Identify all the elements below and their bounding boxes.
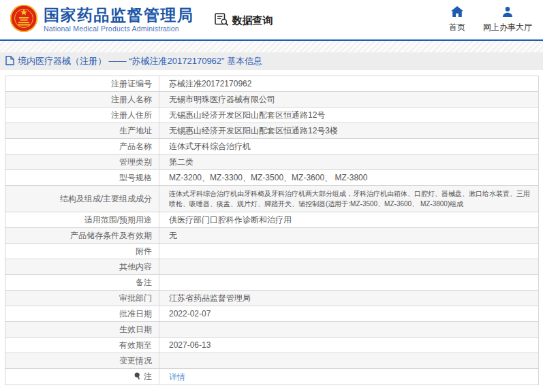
field-label: 适用范围/预期用途 (5, 212, 159, 228)
table-row: 有效期至2027-06-13 (5, 338, 539, 353)
org-name: 国家药品监督管理局 (44, 7, 194, 23)
table-row: 附件 (5, 244, 539, 259)
table-row: 审批部门江苏省药品监督管理局 (5, 291, 539, 306)
detail-link[interactable]: 详情 (169, 372, 185, 382)
home-icon (451, 6, 463, 19)
nav-item-home[interactable]: 首页 (449, 6, 465, 33)
data-query-label: 数据查询 (232, 14, 273, 27)
field-value: 2022-02-07 (159, 306, 539, 322)
user-icon (502, 6, 513, 19)
field-value (159, 244, 539, 259)
site-brand: 国家药品监督管理局 National Medical Products Admi… (10, 4, 194, 35)
data-query-title[interactable]: 数据查询 (215, 13, 273, 28)
field-value: 第二类 (159, 154, 539, 170)
org-name-english: National Medical Products Administration (44, 24, 194, 33)
field-label: 附件 (5, 244, 159, 259)
field-label: 有效期至 (5, 338, 159, 353)
table-row: 产品储存条件及有效期无 (5, 228, 539, 244)
field-label: 注册人住所 (5, 108, 159, 123)
breadcrumb-text: 境内医疗器械（注册） —— “苏械注准20172170962” 基本信息 (18, 55, 262, 67)
field-value (159, 322, 539, 338)
field-value: 2027-06-13 (159, 338, 539, 353)
field-value: 供医疗部门口腔科作诊断和治疗用 (159, 212, 539, 228)
field-label: 注册人名称 (5, 92, 159, 108)
field-value: 无 (159, 228, 539, 244)
field-value: 无锡惠山经济开发区阳山配套区恒通路12号 (159, 108, 539, 123)
table-row: 生效日期 (5, 322, 539, 338)
note-pin-icon (134, 372, 142, 382)
field-label: 生效日期 (5, 322, 159, 338)
table-row: 注 详情 (5, 369, 539, 385)
note-label: 注 (144, 372, 152, 381)
field-label: 注册证编号 (5, 76, 159, 92)
field-label: 其他内容 (5, 259, 159, 275)
table-row: 注册证编号苏械注准20172170962 (5, 76, 539, 92)
field-label: 型号规格 (5, 170, 159, 186)
field-value: MZ-3200、MZ-3300、MZ-3500、MZ-3600、 MZ-3800 (159, 170, 539, 186)
document-icon (5, 56, 14, 67)
field-value (159, 259, 539, 275)
field-label: 注 (5, 369, 159, 385)
table-row: 其他内容 (5, 259, 539, 275)
field-value: 连体式牙科综合治疗机由牙科椅及牙科治疗机两大部分组成，牙科治疗机由箱体、口腔灯、… (159, 186, 539, 212)
table-row: 型号规格MZ-3200、MZ-3300、MZ-3500、MZ-3600、 MZ-… (5, 170, 539, 186)
field-label: 产品名称 (5, 139, 159, 154)
table-row: 备注 (5, 275, 539, 291)
hatch-strip (0, 41, 543, 52)
field-label: 批准日期 (5, 306, 159, 322)
field-value: 详情 (159, 369, 539, 385)
table-row: 生产地址无锡惠山经济开发区阳山配套区恒通路12号3楼 (5, 123, 539, 139)
table-row: 注册人名称无锡市明珠医疗器械有限公司 (5, 92, 539, 108)
nav-service-hall-label: 网上办事大厅 (483, 22, 532, 33)
field-value: 江苏省药品监督管理局 (159, 291, 539, 306)
field-value (159, 275, 539, 291)
field-value: 无锡市明珠医疗器械有限公司 (159, 92, 539, 108)
data-search-icon (215, 13, 229, 28)
field-label: 管理类别 (5, 154, 159, 170)
table-row: 适用范围/预期用途供医疗部门口腔科作诊断和治疗用 (5, 212, 539, 228)
field-label: 审批部门 (5, 291, 159, 306)
field-label: 变更情况 (5, 353, 159, 369)
top-nav: 首页 网上办事大厅 (449, 6, 532, 33)
field-label: 产品储存条件及有效期 (5, 228, 159, 244)
field-label: 备注 (5, 275, 159, 291)
brand-text: 国家药品监督管理局 National Medical Products Admi… (44, 7, 194, 33)
table-row: 结构及组成/主要组成成分连体式牙科综合治疗机由牙科椅及牙科治疗机两大部分组成，牙… (5, 186, 539, 212)
table-row: 批准日期2022-02-07 (5, 306, 539, 322)
registration-info-table: 注册证编号苏械注准20172170962 注册人名称无锡市明珠医疗器械有限公司 … (5, 76, 539, 385)
field-label: 生产地址 (5, 123, 159, 139)
table-row: 产品名称连体式牙科综合治疗机 (5, 139, 539, 154)
breadcrumb: 境内医疗器械（注册） —— “苏械注准20172170962” 基本信息 (0, 52, 543, 70)
field-value: 苏械注准20172170962 (159, 76, 539, 92)
site-header: 国家药品监督管理局 National Medical Products Admi… (0, 0, 543, 39)
field-value: 连体式牙科综合治疗机 (159, 139, 539, 154)
field-value (159, 353, 539, 369)
nav-home-label: 首页 (449, 22, 465, 33)
field-label: 结构及组成/主要组成成分 (5, 186, 159, 212)
nav-item-service-hall[interactable]: 网上办事大厅 (483, 6, 532, 33)
table-row: 变更情况 (5, 353, 539, 369)
table-row: 注册人住所无锡惠山经济开发区阳山配套区恒通路12号 (5, 108, 539, 123)
field-value: 无锡惠山经济开发区阳山配套区恒通路12号3楼 (159, 123, 539, 139)
national-emblem-icon (10, 4, 38, 35)
table-row: 管理类别第二类 (5, 154, 539, 170)
